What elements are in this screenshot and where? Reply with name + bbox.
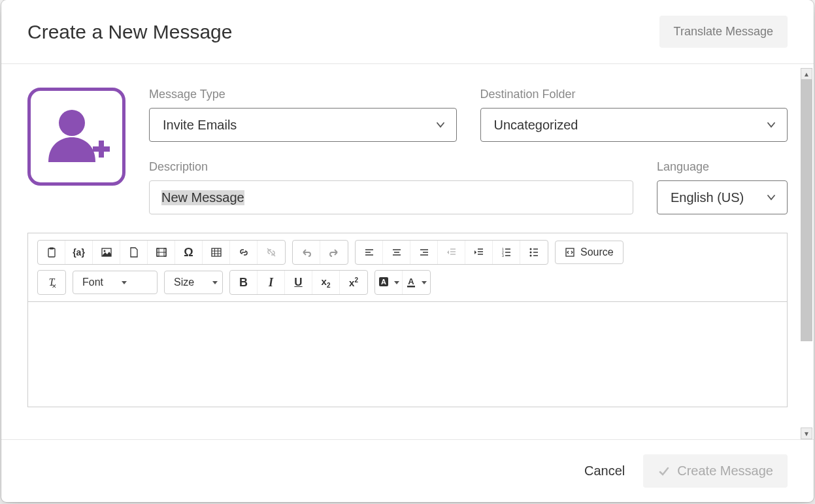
link-button[interactable] [230,241,258,264]
destination-folder-field: Destination Folder Uncategorized [480,88,788,142]
modal-header: Create a New Message Translate Message [1,0,814,64]
size-select[interactable]: Size [164,271,223,294]
description-input[interactable]: New Message [149,180,633,214]
braces-a-icon: {a} [73,247,85,258]
modal-body: Message Type Invite Emails Destination F… [1,64,814,439]
svg-text:3: 3 [502,254,504,258]
font-select-label: Font [82,277,103,288]
image-icon [101,246,112,258]
language-select[interactable]: English (US) [657,180,788,214]
toolbar-group-align: 123 [355,240,548,265]
rich-text-editor: {a} Ω [27,233,788,407]
undo-icon [301,246,312,258]
check-icon [657,465,671,478]
page-button[interactable] [120,241,148,264]
message-type-select[interactable]: Invite Emails [149,108,457,142]
translate-message-button[interactable]: Translate Message [659,16,788,48]
font-select[interactable]: Font [73,271,158,294]
cancel-button[interactable]: Cancel [584,463,625,479]
align-left-button[interactable] [356,241,383,264]
video-button[interactable] [148,241,175,264]
clear-format-button[interactable]: T✕ [38,271,65,294]
create-message-button[interactable]: Create Message [643,454,788,488]
chevron-down-icon: ▼ [803,430,810,437]
ordered-list-icon: 123 [501,246,512,258]
align-center-icon [391,246,403,258]
fields-grid: Message Type Invite Emails Destination F… [149,88,788,214]
outdent-icon [446,246,457,258]
film-icon [156,246,167,258]
svg-point-0 [59,110,85,136]
description-field: Description New Message [149,160,633,214]
text-color-button[interactable]: A [403,271,430,294]
underline-icon: U [294,276,302,289]
text-color-icon: A [406,277,419,288]
svg-text:A: A [381,278,386,286]
modal-title: Create a New Message [27,21,232,43]
destination-folder-select[interactable]: Uncategorized [480,108,788,142]
language-field: Language English (US) [657,160,788,214]
scrollbar-thumb[interactable] [801,80,812,341]
source-label: Source [580,246,614,258]
svg-rect-11 [212,248,221,256]
scroll-down-button[interactable]: ▼ [801,428,812,439]
indent-icon [473,246,485,258]
svg-rect-4 [50,248,54,250]
underline-button[interactable]: U [285,271,312,294]
superscript-button[interactable]: x2 [340,271,367,294]
subscript-button[interactable]: x2 [312,271,340,294]
source-icon [565,247,575,258]
table-button[interactable] [203,241,230,264]
source-button[interactable]: Source [555,241,624,264]
svg-rect-3 [48,248,55,257]
ordered-list-button[interactable]: 123 [493,241,520,264]
unlink-icon [265,246,277,258]
paste-button[interactable] [38,241,65,264]
toolbar-row-2: T✕ Font Size B I U x2 [37,270,778,295]
language-value: English (US) [671,190,744,205]
message-type-field: Message Type Invite Emails [149,88,457,142]
page-icon [128,246,140,258]
message-type-value: Invite Emails [163,118,237,133]
unordered-list-button[interactable] [520,241,548,264]
description-language-row: Description New Message Language English… [149,160,788,214]
indent-button[interactable] [465,241,493,264]
caret-down-icon [122,281,127,284]
redo-icon [328,246,340,258]
link-icon [238,246,250,258]
bold-icon: B [239,276,248,290]
chevron-down-icon [766,120,776,130]
align-left-icon [363,246,375,258]
create-message-label: Create Message [677,463,773,479]
placeholder-button[interactable]: {a} [65,241,93,264]
editor-content-area[interactable] [28,302,787,407]
svg-rect-49 [407,286,415,288]
align-center-button[interactable] [383,241,410,264]
toolbar-row-1: {a} Ω [37,240,778,265]
redo-button[interactable] [320,241,348,264]
outdent-button[interactable] [438,241,465,264]
undo-button[interactable] [293,241,320,264]
scroll-up-button[interactable]: ▲ [801,68,812,80]
special-char-button[interactable]: Ω [175,241,203,264]
svg-point-6 [103,250,105,252]
toolbar-group-history [292,240,348,265]
unlink-button[interactable] [258,241,285,264]
svg-point-40 [530,252,532,254]
message-type-label: Message Type [149,88,457,101]
svg-rect-2 [99,141,104,158]
unordered-list-icon [528,246,540,258]
description-value: New Message [161,190,244,205]
bold-button[interactable]: B [230,271,258,294]
italic-button[interactable]: I [258,271,285,294]
modal-footer: Cancel Create Message [1,439,814,502]
align-right-button[interactable] [410,241,438,264]
svg-point-41 [530,255,532,257]
italic-icon: I [269,276,273,290]
toolbar-group-insert: {a} Ω [37,240,286,265]
message-type-preview [27,88,125,186]
image-button[interactable] [93,241,120,264]
create-message-modal: Create a New Message Translate Message M… [1,0,814,502]
toolbar-group-color: A A [374,270,431,295]
background-color-button[interactable]: A [375,271,403,294]
